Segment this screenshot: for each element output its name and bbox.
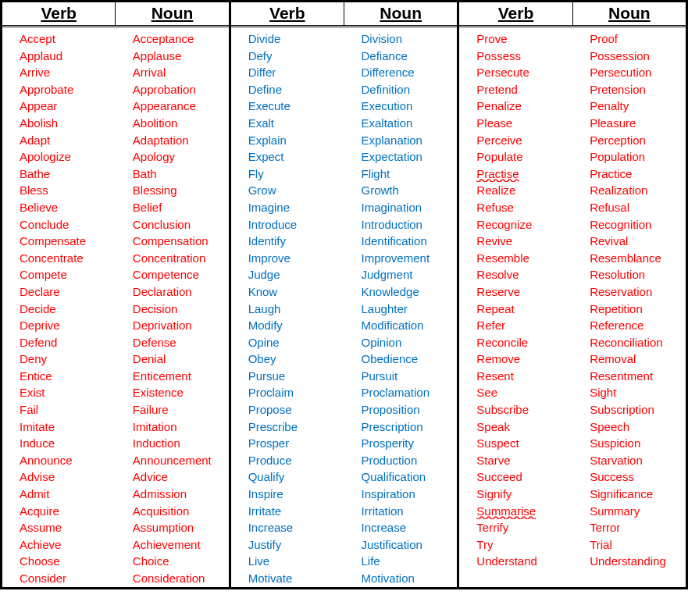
cell-verb: Pretend [459,81,572,98]
cell-verb: Announce [2,452,116,469]
cell-verb: Compete [2,266,116,283]
cell-verb: Signify [459,486,572,503]
cell-verb: Justify [231,536,344,554]
cell-verb: Decide [2,301,116,318]
cell-verb: Practise [459,166,572,183]
cell-noun: Removal [572,351,686,368]
table-row: AbolishAbolition [2,115,229,132]
table-row: EnticeEnticement [2,368,229,385]
cell-noun: Practice [572,166,686,183]
table-row: DepriveDeprivation [2,317,229,334]
cell-verb: Bathe [2,166,116,183]
cell-noun: Existence [116,384,229,401]
cell-verb: Imagine [231,199,344,216]
table-row: ProsperProsperity [231,435,458,452]
table-row: ExplainExplanation [231,132,458,149]
cell-verb: Identify [231,233,344,250]
cell-verb: Live [231,553,344,570]
cell-noun: Advice [116,468,229,486]
table-row: ExpectExpectation [231,148,458,166]
cell-noun: Arrival [116,64,229,81]
cell-verb: Suspect [459,435,572,452]
cell-verb: Irritate [231,503,344,520]
cell-noun: Justification [344,536,458,554]
cell-verb: Perceive [459,132,572,149]
cell-noun: Increase [344,519,458,536]
cell-noun: Induction [116,435,229,452]
cell-verb: Refuse [459,199,572,216]
cell-noun: Inspiration [344,486,458,503]
header-noun: Noun [573,2,686,25]
cell-noun: Declaration [116,283,229,301]
cell-verb: Resemble [459,250,572,267]
table-row: ProveProof [459,30,686,48]
cell-verb: Declare [2,283,116,301]
table-row: AssumeAssumption [2,519,229,536]
cell-noun: Reservation [572,283,686,301]
cell-verb: Define [231,81,344,98]
table-row: AcceptAcceptance [2,30,229,48]
cell-noun: Execution [344,98,458,115]
cell-noun: Knowledge [344,283,458,301]
cell-noun: Laughter [344,301,458,318]
table-row: PractisePractice [459,166,686,183]
cell-verb: Grow [231,182,344,199]
table-row: RefuseRefusal [459,199,686,216]
cell-verb: Execute [231,98,344,115]
table-row: ResembleResemblance [459,250,686,267]
table-row: PossessPossession [459,48,686,65]
cell-noun: Starvation [572,452,686,469]
cell-noun: Persecution [572,64,686,81]
cell-noun: Competence [116,266,229,283]
table-row: QualifyQualification [231,468,458,486]
cell-verb: Realize [459,182,572,199]
cell-noun: Motivation [344,570,458,587]
cell-noun: Proposition [344,401,458,418]
cell-verb: Defy [231,48,344,65]
cell-verb: Starve [459,452,572,469]
table-row: AdviseAdvice [2,468,229,486]
cell-verb: Possess [459,48,572,65]
cell-verb: Concentrate [2,250,116,267]
table-row: ResolveResolution [459,266,686,283]
cell-noun: Pleasure [572,115,686,132]
table-row: JustifyJustification [231,536,458,554]
table-row: LaughLaughter [231,301,458,318]
cell-verb: Explain [231,132,344,149]
cell-noun: Reference [572,317,686,334]
table-row: SeeSight [459,384,686,401]
table-row: SuspectSuspicion [459,435,686,452]
cell-noun: Failure [116,401,229,418]
cell-verb: Laugh [231,301,344,318]
cell-verb: Differ [231,64,344,81]
cell-verb: Acquire [2,503,116,520]
cell-noun: Production [344,452,458,469]
table-row: ConcludeConclusion [2,216,229,233]
cell-noun: Abolition [116,115,229,132]
table-row: ReserveReservation [459,283,686,301]
cell-noun: Penalty [572,98,686,115]
cell-noun: Defiance [344,48,458,65]
table-row: DefineDefinition [231,81,458,98]
table-row: RecognizeRecognition [459,216,686,233]
table-row: ApprobateApprobation [2,81,229,98]
table-row: AdaptAdaptation [2,132,229,149]
header-noun: Noun [116,2,228,25]
cell-verb: Know [231,283,344,301]
cell-verb: Assume [2,519,116,536]
table-row: DifferDifference [231,64,458,81]
header-noun: Noun [344,2,457,25]
cell-verb: Adapt [2,132,116,149]
cell-verb: Reserve [459,283,572,301]
cell-verb: Try [459,536,572,554]
rows-container: DivideDivisionDefyDefianceDifferDifferen… [231,27,458,587]
cell-noun: Resolution [572,266,686,283]
cell-verb: Understand [459,553,572,570]
cell-noun: Improvement [344,250,458,267]
table-row: OpineOpinion [231,334,458,351]
cell-verb: Refer [459,317,572,334]
table-row: DefyDefiance [231,48,458,65]
table-row: GrowGrowth [231,182,458,199]
header-verb: Verb [231,2,344,25]
cell-verb: Persecute [459,64,572,81]
